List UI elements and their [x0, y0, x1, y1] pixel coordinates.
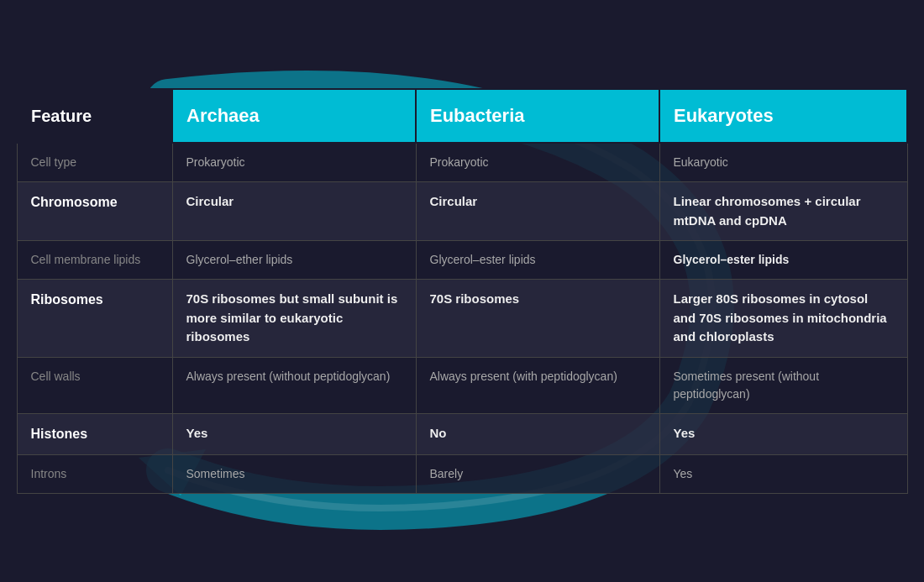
cell-eukaryotes: Linear chromosomes + circular mtDNA and …	[659, 182, 907, 241]
table-row: Cell typeProkaryoticProkaryoticEukaryoti…	[17, 143, 907, 182]
cell-eubacteria: Glycerol–ester lipids	[416, 241, 659, 280]
cell-feature: Introns	[17, 454, 172, 493]
cell-eubacteria: Circular	[416, 182, 659, 241]
cell-eukaryotes: Yes	[659, 454, 907, 493]
header-eukaryotes: Eukaryotes	[659, 89, 907, 143]
cell-eukaryotes: Glycerol–ester lipids	[659, 241, 907, 280]
comparison-table: Feature Archaea Eubacteria Eukaryotes Ce…	[16, 88, 908, 494]
cell-feature: Chromosome	[17, 182, 172, 241]
cell-eubacteria: No	[416, 413, 659, 454]
cell-feature: Ribosomes	[17, 280, 172, 358]
cell-archaea: Glycerol–ether lipids	[172, 241, 416, 280]
cell-eubacteria: Barely	[416, 454, 659, 493]
cell-eukaryotes: Yes	[659, 413, 907, 454]
cell-archaea: Yes	[172, 413, 416, 454]
cell-eukaryotes: Larger 80S ribosomes in cytosol and 70S …	[659, 280, 907, 358]
cell-archaea: Circular	[172, 182, 416, 241]
header-feature: Feature	[17, 89, 172, 143]
table-row: ChromosomeCircularCircularLinear chromos…	[17, 182, 907, 241]
header-row: Feature Archaea Eubacteria Eukaryotes	[17, 89, 907, 143]
cell-eukaryotes: Sometimes present (without peptidoglycan…	[659, 357, 907, 413]
table-wrapper: Feature Archaea Eubacteria Eukaryotes Ce…	[0, 0, 924, 582]
cell-archaea: Sometimes	[172, 454, 416, 493]
table-row: Cell membrane lipidsGlycerol–ether lipid…	[17, 241, 907, 280]
table-row: Cell wallsAlways present (without peptid…	[17, 357, 907, 413]
table-row: Ribosomes70S ribosomes but small subunit…	[17, 280, 907, 358]
cell-feature: Cell walls	[17, 357, 172, 413]
cell-eubacteria: Prokaryotic	[416, 143, 659, 182]
header-eubacteria: Eubacteria	[416, 89, 659, 143]
cell-eubacteria: Always present (with peptidoglycan)	[416, 357, 659, 413]
cell-eukaryotes: Eukaryotic	[659, 143, 907, 182]
cell-feature: Cell membrane lipids	[17, 241, 172, 280]
table-row: IntronsSometimesBarelyYes	[17, 454, 907, 493]
cell-archaea: Prokaryotic	[172, 143, 416, 182]
cell-feature: Cell type	[17, 143, 172, 182]
header-archaea: Archaea	[172, 89, 416, 143]
cell-archaea: Always present (without peptidoglycan)	[172, 357, 416, 413]
cell-feature: Histones	[17, 413, 172, 454]
table-row: HistonesYesNoYes	[17, 413, 907, 454]
cell-archaea: 70S ribosomes but small subunit is more …	[172, 280, 416, 358]
cell-eubacteria: 70S ribosomes	[416, 280, 659, 358]
